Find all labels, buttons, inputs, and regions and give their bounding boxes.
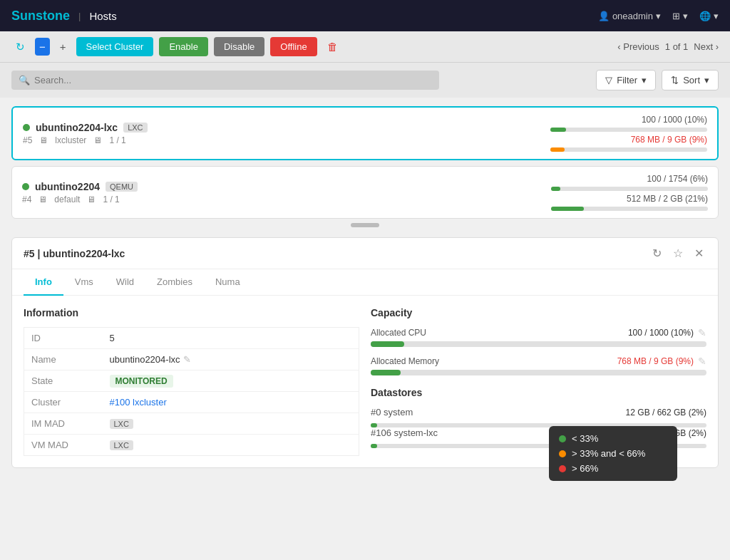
scroll-dot [351, 223, 379, 227]
sort-label: Sort [683, 75, 700, 85]
language-menu[interactable]: 🌐 ▾ [699, 11, 719, 21]
host-meta: #4 🖥 default 🖥 1 / 1 [22, 195, 508, 204]
tooltip-row: > 66% [559, 463, 667, 468]
info-row: ID5 [24, 328, 359, 349]
grid-menu[interactable]: ⊞ ▾ [672, 11, 688, 21]
info-row: StateMONITORED [24, 370, 359, 392]
detail-pin-button[interactable]: ☆ [670, 245, 686, 261]
refresh-button[interactable]: ↻ [11, 38, 29, 56]
host-card[interactable]: ubuntino2204-lxc LXC #5 🖥 lxcluster 🖥 1 … [11, 106, 719, 160]
allocated-cpu-label: Allocated CPU [371, 328, 426, 338]
pagination: ‹ Previous 1 of 1 Next › [617, 41, 719, 52]
hosts-list: ubuntino2204-lxc LXC #5 🖥 lxcluster 🖥 1 … [0, 98, 730, 219]
info-row: Nameubuntino2204-lxc✎ [24, 349, 359, 370]
tooltip-dot-red [559, 465, 566, 469]
host-name-row: ubuntino2204-lxc LXC [23, 122, 508, 133]
allocated-memory-value: 768 MB / 9 GB (9%) [617, 356, 694, 366]
user-menu[interactable]: 👤 oneadmin ▾ [598, 11, 661, 21]
previous-button[interactable]: ‹ Previous [617, 41, 659, 52]
detail-refresh-button[interactable]: ↻ [649, 245, 664, 261]
globe-icon: 🌐 [699, 11, 711, 21]
filter-label: Filter [617, 75, 637, 85]
ds-fill [371, 444, 377, 448]
toolbar: ↻ − + Select Cluster Enable Disable Offl… [0, 31, 730, 63]
select-cluster-button[interactable]: Select Cluster [76, 37, 154, 56]
topnav-right: 👤 oneadmin ▾ ⊞ ▾ 🌐 ▾ [598, 11, 719, 21]
host-name: ubuntino2204-lxc [36, 122, 118, 133]
next-button[interactable]: Next › [694, 41, 719, 52]
page-title: Hosts [89, 10, 116, 22]
detail-header: #5 | ubuntino2204-lxc ↻ ☆ ✕ [12, 238, 718, 269]
add-button[interactable]: + [56, 38, 71, 56]
cluster-icon: 🖥 [38, 195, 47, 204]
tooltip-row: > 33% and < 66% [559, 448, 667, 459]
tooltip-label: > 66% [572, 463, 598, 468]
host-meta: #5 🖥 lxcluster 🖥 1 / 1 [23, 135, 508, 145]
info-label: VM MAD [24, 435, 103, 456]
detail-close-button[interactable]: ✕ [692, 245, 706, 261]
chevron-down-icon: ▾ [656, 11, 661, 21]
allocated-cpu-edit-icon[interactable]: ✎ [698, 327, 706, 338]
tab-info[interactable]: Info [24, 269, 63, 296]
sort-icon: ⇅ [671, 75, 679, 85]
grid-chevron-icon: ▾ [683, 11, 688, 21]
info-label: IM MAD [24, 413, 103, 435]
host-cpu-fill [550, 128, 566, 132]
status-dot [22, 183, 29, 190]
filter-sort-wrap: ▽ Filter ▾ ⇅ Sort ▾ [596, 70, 719, 90]
host-id: #4 [22, 195, 31, 204]
brand: Sunstone [11, 9, 70, 24]
tooltip-row: < 33% [559, 433, 667, 444]
info-label: State [24, 370, 103, 392]
status-dot [23, 124, 30, 131]
host-mem-label: 512 MB / 2 GB (21%) [627, 194, 708, 204]
info-label: ID [24, 328, 103, 349]
host-mem-fill [551, 207, 584, 211]
username: oneadmin [612, 11, 653, 21]
monitor-icon: 🖥 [87, 195, 96, 204]
cluster-link[interactable]: #100 lxcluster [110, 397, 167, 408]
ds-name: #0 system [371, 407, 413, 418]
host-cpu-progress [550, 128, 707, 132]
disable-button[interactable]: Disable [214, 37, 264, 56]
state-badge: MONITORED [110, 375, 173, 388]
globe-chevron-icon: ▾ [714, 11, 719, 21]
info-row: VM MADLXC [24, 435, 359, 456]
allocated-memory-edit-icon[interactable]: ✎ [698, 356, 706, 367]
tab-zombies[interactable]: Zombies [145, 269, 204, 296]
search-wrap[interactable]: 🔍 [11, 71, 439, 90]
name-value: ubuntino2204-lxc [110, 354, 180, 365]
cluster-icon: 🖥 [39, 135, 48, 145]
host-cluster: default [54, 195, 80, 204]
sort-button[interactable]: ⇅ Sort ▾ [662, 70, 719, 90]
monitor-icon: 🖥 [93, 135, 102, 145]
host-card-left: ubuntino2204 QEMU #4 🖥 default 🖥 1 / 1 [22, 181, 508, 204]
info-table: ID5Nameubuntino2204-lxc✎StateMONITOREDCl… [24, 327, 359, 456]
nav-sep: | [78, 11, 81, 21]
info-cell: ubuntino2204-lxc✎ [103, 349, 359, 370]
tab-numa[interactable]: Numa [204, 269, 252, 296]
info-cell: LXC [103, 435, 359, 456]
subtract-button[interactable]: − [35, 38, 50, 56]
host-mem-label: 768 MB / 9 GB (9%) [631, 135, 707, 145]
host-card[interactable]: ubuntino2204 QEMU #4 🖥 default 🖥 1 / 1 1… [11, 166, 719, 219]
name-edit-icon[interactable]: ✎ [183, 354, 191, 365]
info-section: Information ID5Nameubuntino2204-lxc✎Stat… [24, 307, 359, 456]
tabs: InfoVmsWildZombiesNuma [12, 269, 718, 296]
host-cpu-progress [551, 187, 708, 191]
info-section-title: Information [24, 307, 359, 318]
tab-wild[interactable]: Wild [105, 269, 145, 296]
host-name-row: ubuntino2204 QEMU [22, 181, 508, 192]
info-cell: LXC [103, 413, 359, 435]
user-icon: 👤 [598, 11, 610, 21]
offline-button[interactable]: Offline [270, 37, 317, 56]
host-vms: 1 / 1 [103, 195, 119, 204]
host-mem-fill [550, 147, 565, 152]
host-cpu-label: 100 / 1754 (6%) [647, 174, 708, 184]
filter-button[interactable]: ▽ Filter ▾ [596, 70, 656, 90]
tab-vms[interactable]: Vms [63, 269, 105, 296]
enable-button[interactable]: Enable [159, 37, 207, 56]
sort-chevron-icon: ▾ [704, 75, 709, 85]
search-input[interactable] [34, 75, 432, 85]
delete-button[interactable]: 🗑 [323, 38, 342, 56]
